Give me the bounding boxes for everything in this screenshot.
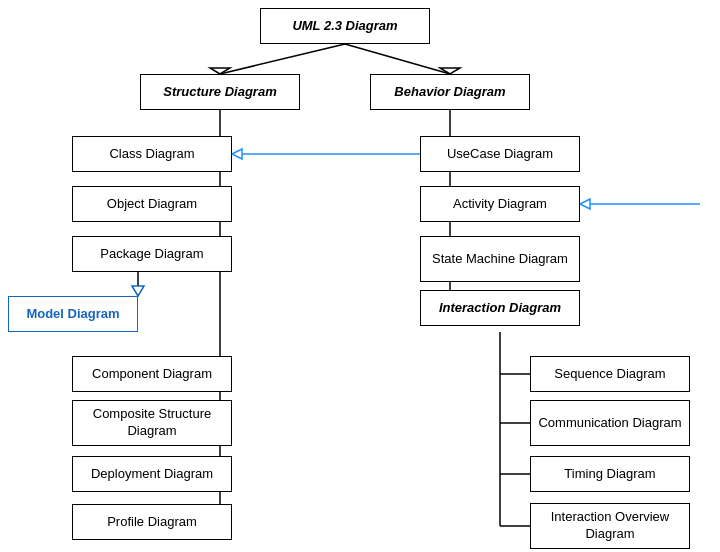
timing-label: Timing Diagram bbox=[564, 466, 655, 483]
svg-line-0 bbox=[220, 44, 345, 74]
class-label: Class Diagram bbox=[109, 146, 194, 163]
interaction-diagram-node: Interaction Diagram bbox=[420, 290, 580, 326]
interactionoverview-label: Interaction Overview Diagram bbox=[537, 509, 683, 543]
sequence-diagram-node: Sequence Diagram bbox=[530, 356, 690, 392]
statemachine-label: State Machine Diagram bbox=[432, 251, 568, 268]
structure-diagram-node: Structure Diagram bbox=[140, 74, 300, 110]
uml-diagram-node: UML 2.3 Diagram bbox=[260, 8, 430, 44]
package-diagram-node: Package Diagram bbox=[72, 236, 232, 272]
deployment-label: Deployment Diagram bbox=[91, 466, 213, 483]
activity-label: Activity Diagram bbox=[453, 196, 547, 213]
component-label: Component Diagram bbox=[92, 366, 212, 383]
interactionoverview-diagram-node: Interaction Overview Diagram bbox=[530, 503, 690, 549]
svg-marker-27 bbox=[232, 149, 242, 159]
deployment-diagram-node: Deployment Diagram bbox=[72, 456, 232, 492]
composite-label: Composite Structure Diagram bbox=[79, 406, 225, 440]
usecase-label: UseCase Diagram bbox=[447, 146, 553, 163]
communication-label: Communication Diagram bbox=[538, 415, 681, 432]
activity-diagram-node: Activity Diagram bbox=[420, 186, 580, 222]
interaction-label: Interaction Diagram bbox=[439, 300, 561, 317]
structure-label: Structure Diagram bbox=[163, 84, 276, 101]
class-diagram-node: Class Diagram bbox=[72, 136, 232, 172]
diagram-container: UML 2.3 Diagram Structure Diagram Behavi… bbox=[0, 0, 720, 552]
model-label: Model Diagram bbox=[26, 306, 119, 323]
svg-marker-29 bbox=[580, 199, 590, 209]
object-diagram-node: Object Diagram bbox=[72, 186, 232, 222]
profile-label: Profile Diagram bbox=[107, 514, 197, 531]
component-diagram-node: Component Diagram bbox=[72, 356, 232, 392]
object-label: Object Diagram bbox=[107, 196, 197, 213]
svg-marker-10 bbox=[132, 286, 144, 296]
package-label: Package Diagram bbox=[100, 246, 203, 263]
behavior-diagram-node: Behavior Diagram bbox=[370, 74, 530, 110]
usecase-diagram-node: UseCase Diagram bbox=[420, 136, 580, 172]
sequence-label: Sequence Diagram bbox=[554, 366, 665, 383]
svg-line-2 bbox=[345, 44, 450, 74]
model-diagram-node: Model Diagram bbox=[8, 296, 138, 332]
communication-diagram-node: Communication Diagram bbox=[530, 400, 690, 446]
composite-diagram-node: Composite Structure Diagram bbox=[72, 400, 232, 446]
profile-diagram-node: Profile Diagram bbox=[72, 504, 232, 540]
timing-diagram-node: Timing Diagram bbox=[530, 456, 690, 492]
statemachine-diagram-node: State Machine Diagram bbox=[420, 236, 580, 282]
uml-label: UML 2.3 Diagram bbox=[292, 18, 397, 35]
behavior-label: Behavior Diagram bbox=[394, 84, 505, 101]
